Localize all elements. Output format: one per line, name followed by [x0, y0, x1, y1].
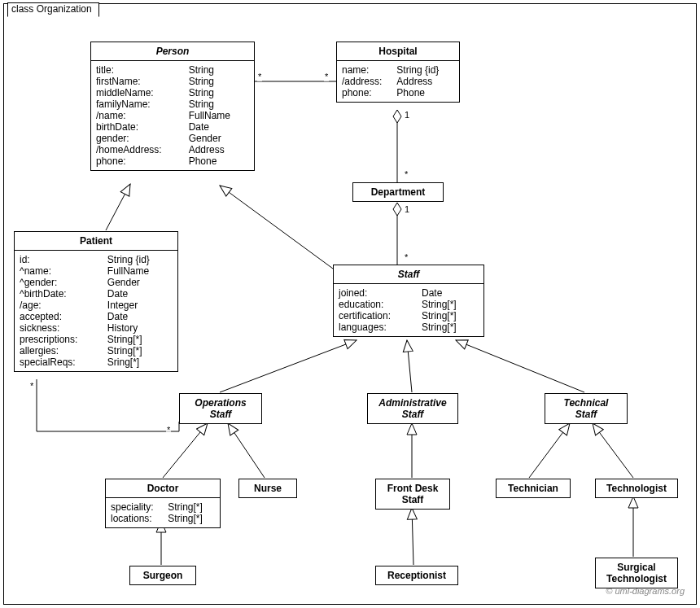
class-hospital-attrs: name:String {id}/address:Addressphone:Ph… — [337, 61, 459, 102]
class-doctor: Doctor speciality:String[*]locations:Str… — [105, 479, 221, 528]
class-tech-staff: Technical Staff — [545, 393, 628, 424]
svg-line-4 — [220, 186, 333, 269]
class-patient-title: Patient — [15, 232, 177, 251]
class-department-title: Department — [353, 183, 443, 201]
svg-line-11 — [529, 423, 570, 478]
class-nurse: Nurse — [238, 479, 297, 498]
class-technician-title: Technician — [497, 479, 570, 497]
class-admin-staff: Administrative Staff — [367, 393, 458, 424]
class-person-attrs: title:StringfirstName:StringmiddleName:S… — [91, 61, 254, 170]
class-hospital-title: Hospital — [337, 42, 459, 61]
mult-dept-star: * — [404, 169, 409, 179]
class-surgtech: Surgical Technologist — [595, 558, 678, 588]
mult-person-hospital-left: * — [257, 72, 262, 81]
class-technician: Technician — [496, 479, 571, 498]
class-staff: Staff joined:Dateeducation:String[*]cert… — [333, 265, 484, 337]
class-patient: Patient id:String {id}^name:FullName^gen… — [14, 231, 178, 372]
mult-hospital-1: 1 — [404, 110, 410, 120]
mult-ops-star: * — [166, 425, 171, 435]
svg-line-9 — [228, 423, 265, 478]
svg-line-6 — [407, 340, 412, 392]
frame-title: class Organization — [7, 2, 99, 17]
class-tech-title: Technical Staff — [545, 394, 627, 423]
class-admin-title: Administrative Staff — [368, 394, 457, 423]
class-surgeon-title: Surgeon — [130, 566, 195, 584]
class-person-title: Person — [91, 42, 254, 61]
svg-line-12 — [593, 423, 633, 478]
mult-staff-star: * — [404, 252, 409, 262]
class-person: Person title:StringfirstName:Stringmiddl… — [90, 42, 255, 171]
class-receptionist: Receptionist — [375, 566, 458, 585]
class-doctor-title: Doctor — [106, 479, 220, 498]
class-department: Department — [352, 182, 444, 202]
svg-line-7 — [456, 340, 584, 392]
class-receptionist-title: Receptionist — [376, 566, 457, 584]
svg-line-5 — [220, 340, 357, 392]
class-frontdesk: Front Desk Staff — [375, 479, 450, 510]
class-nurse-title: Nurse — [239, 479, 296, 497]
mult-dept-1: 1 — [404, 204, 410, 214]
class-ops-title: Operations Staff — [180, 394, 261, 423]
class-staff-attrs: joined:Dateeducation:String[*]certificat… — [334, 284, 483, 336]
svg-line-14 — [412, 508, 413, 565]
class-hospital: Hospital name:String {id}/address:Addres… — [336, 42, 460, 103]
class-doctor-attrs: speciality:String[*]locations:String[*] — [106, 498, 220, 527]
class-patient-attrs: id:String {id}^name:FullName^gender:Gend… — [15, 251, 177, 371]
class-ops-staff: Operations Staff — [179, 393, 262, 424]
class-surgtech-title: Surgical Technologist — [596, 558, 677, 588]
class-frontdesk-title: Front Desk Staff — [376, 479, 449, 509]
class-surgeon: Surgeon — [129, 566, 196, 585]
class-technologist-title: Technologist — [596, 479, 677, 497]
svg-line-3 — [106, 184, 130, 230]
diagram-frame: class Organization Person title:Stringfi… — [0, 0, 700, 608]
mult-patient-star: * — [29, 381, 34, 391]
class-technologist: Technologist — [595, 479, 678, 498]
mult-person-hospital-right: * — [324, 72, 329, 81]
class-staff-title: Staff — [334, 265, 483, 284]
